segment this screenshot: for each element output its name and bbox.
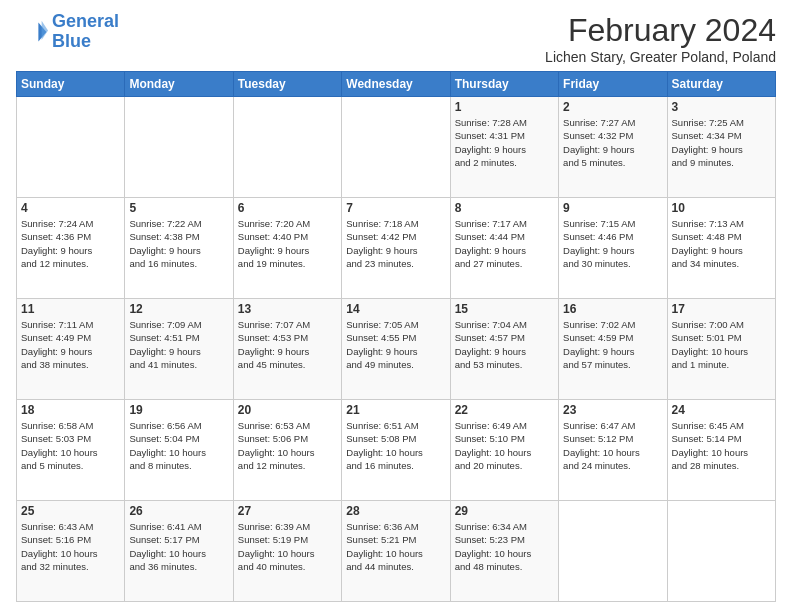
day-number: 19	[129, 403, 228, 417]
day-number: 15	[455, 302, 554, 316]
day-number: 7	[346, 201, 445, 215]
calendar-cell: 22Sunrise: 6:49 AM Sunset: 5:10 PM Dayli…	[450, 400, 558, 501]
calendar-cell: 19Sunrise: 6:56 AM Sunset: 5:04 PM Dayli…	[125, 400, 233, 501]
logo-text: General Blue	[52, 12, 119, 52]
day-info: Sunrise: 6:36 AM Sunset: 5:21 PM Dayligh…	[346, 520, 445, 573]
logo-line1: General	[52, 11, 119, 31]
day-info: Sunrise: 7:27 AM Sunset: 4:32 PM Dayligh…	[563, 116, 662, 169]
day-info: Sunrise: 7:18 AM Sunset: 4:42 PM Dayligh…	[346, 217, 445, 270]
calendar-cell: 24Sunrise: 6:45 AM Sunset: 5:14 PM Dayli…	[667, 400, 775, 501]
day-info: Sunrise: 7:20 AM Sunset: 4:40 PM Dayligh…	[238, 217, 337, 270]
day-info: Sunrise: 6:45 AM Sunset: 5:14 PM Dayligh…	[672, 419, 771, 472]
calendar-header-tuesday: Tuesday	[233, 72, 341, 97]
calendar-cell: 3Sunrise: 7:25 AM Sunset: 4:34 PM Daylig…	[667, 97, 775, 198]
day-info: Sunrise: 6:39 AM Sunset: 5:19 PM Dayligh…	[238, 520, 337, 573]
calendar-cell: 21Sunrise: 6:51 AM Sunset: 5:08 PM Dayli…	[342, 400, 450, 501]
calendar-cell: 26Sunrise: 6:41 AM Sunset: 5:17 PM Dayli…	[125, 501, 233, 602]
day-number: 5	[129, 201, 228, 215]
calendar-cell: 2Sunrise: 7:27 AM Sunset: 4:32 PM Daylig…	[559, 97, 667, 198]
day-number: 8	[455, 201, 554, 215]
calendar-cell: 10Sunrise: 7:13 AM Sunset: 4:48 PM Dayli…	[667, 198, 775, 299]
svg-marker-1	[42, 21, 48, 40]
calendar-week-1: 1Sunrise: 7:28 AM Sunset: 4:31 PM Daylig…	[17, 97, 776, 198]
day-number: 18	[21, 403, 120, 417]
day-number: 10	[672, 201, 771, 215]
day-info: Sunrise: 7:15 AM Sunset: 4:46 PM Dayligh…	[563, 217, 662, 270]
calendar-header-monday: Monday	[125, 72, 233, 97]
calendar-cell: 15Sunrise: 7:04 AM Sunset: 4:57 PM Dayli…	[450, 299, 558, 400]
calendar-cell: 6Sunrise: 7:20 AM Sunset: 4:40 PM Daylig…	[233, 198, 341, 299]
day-number: 20	[238, 403, 337, 417]
calendar-week-2: 4Sunrise: 7:24 AM Sunset: 4:36 PM Daylig…	[17, 198, 776, 299]
calendar-header-friday: Friday	[559, 72, 667, 97]
calendar-cell: 11Sunrise: 7:11 AM Sunset: 4:49 PM Dayli…	[17, 299, 125, 400]
day-info: Sunrise: 7:00 AM Sunset: 5:01 PM Dayligh…	[672, 318, 771, 371]
calendar-cell: 18Sunrise: 6:58 AM Sunset: 5:03 PM Dayli…	[17, 400, 125, 501]
day-info: Sunrise: 7:11 AM Sunset: 4:49 PM Dayligh…	[21, 318, 120, 371]
day-number: 26	[129, 504, 228, 518]
calendar-cell: 29Sunrise: 6:34 AM Sunset: 5:23 PM Dayli…	[450, 501, 558, 602]
day-number: 14	[346, 302, 445, 316]
calendar-header-wednesday: Wednesday	[342, 72, 450, 97]
calendar-week-5: 25Sunrise: 6:43 AM Sunset: 5:16 PM Dayli…	[17, 501, 776, 602]
calendar-cell: 9Sunrise: 7:15 AM Sunset: 4:46 PM Daylig…	[559, 198, 667, 299]
header: General Blue February 2024 Lichen Stary,…	[16, 12, 776, 65]
calendar-header-thursday: Thursday	[450, 72, 558, 97]
calendar-week-4: 18Sunrise: 6:58 AM Sunset: 5:03 PM Dayli…	[17, 400, 776, 501]
day-info: Sunrise: 6:43 AM Sunset: 5:16 PM Dayligh…	[21, 520, 120, 573]
calendar-cell	[559, 501, 667, 602]
day-number: 24	[672, 403, 771, 417]
calendar-cell	[17, 97, 125, 198]
day-info: Sunrise: 7:25 AM Sunset: 4:34 PM Dayligh…	[672, 116, 771, 169]
main-title: February 2024	[545, 12, 776, 49]
day-info: Sunrise: 7:05 AM Sunset: 4:55 PM Dayligh…	[346, 318, 445, 371]
day-number: 27	[238, 504, 337, 518]
calendar-cell: 17Sunrise: 7:00 AM Sunset: 5:01 PM Dayli…	[667, 299, 775, 400]
calendar-header-row: SundayMondayTuesdayWednesdayThursdayFrid…	[17, 72, 776, 97]
calendar-body: 1Sunrise: 7:28 AM Sunset: 4:31 PM Daylig…	[17, 97, 776, 602]
logo-line2: Blue	[52, 31, 91, 51]
calendar-cell: 20Sunrise: 6:53 AM Sunset: 5:06 PM Dayli…	[233, 400, 341, 501]
calendar-cell: 1Sunrise: 7:28 AM Sunset: 4:31 PM Daylig…	[450, 97, 558, 198]
calendar-header-sunday: Sunday	[17, 72, 125, 97]
day-info: Sunrise: 6:53 AM Sunset: 5:06 PM Dayligh…	[238, 419, 337, 472]
day-info: Sunrise: 7:13 AM Sunset: 4:48 PM Dayligh…	[672, 217, 771, 270]
calendar-cell: 14Sunrise: 7:05 AM Sunset: 4:55 PM Dayli…	[342, 299, 450, 400]
calendar-cell	[125, 97, 233, 198]
calendar-week-3: 11Sunrise: 7:11 AM Sunset: 4:49 PM Dayli…	[17, 299, 776, 400]
day-info: Sunrise: 6:34 AM Sunset: 5:23 PM Dayligh…	[455, 520, 554, 573]
day-info: Sunrise: 6:47 AM Sunset: 5:12 PM Dayligh…	[563, 419, 662, 472]
day-number: 4	[21, 201, 120, 215]
day-number: 2	[563, 100, 662, 114]
day-info: Sunrise: 6:56 AM Sunset: 5:04 PM Dayligh…	[129, 419, 228, 472]
logo-icon	[16, 16, 48, 48]
calendar-cell: 23Sunrise: 6:47 AM Sunset: 5:12 PM Dayli…	[559, 400, 667, 501]
calendar-cell: 12Sunrise: 7:09 AM Sunset: 4:51 PM Dayli…	[125, 299, 233, 400]
logo: General Blue	[16, 12, 119, 52]
calendar-cell: 5Sunrise: 7:22 AM Sunset: 4:38 PM Daylig…	[125, 198, 233, 299]
day-number: 11	[21, 302, 120, 316]
day-info: Sunrise: 7:17 AM Sunset: 4:44 PM Dayligh…	[455, 217, 554, 270]
day-number: 25	[21, 504, 120, 518]
day-info: Sunrise: 7:07 AM Sunset: 4:53 PM Dayligh…	[238, 318, 337, 371]
day-info: Sunrise: 7:22 AM Sunset: 4:38 PM Dayligh…	[129, 217, 228, 270]
calendar-cell: 8Sunrise: 7:17 AM Sunset: 4:44 PM Daylig…	[450, 198, 558, 299]
day-info: Sunrise: 6:49 AM Sunset: 5:10 PM Dayligh…	[455, 419, 554, 472]
calendar-cell: 7Sunrise: 7:18 AM Sunset: 4:42 PM Daylig…	[342, 198, 450, 299]
day-number: 3	[672, 100, 771, 114]
day-number: 28	[346, 504, 445, 518]
day-info: Sunrise: 7:28 AM Sunset: 4:31 PM Dayligh…	[455, 116, 554, 169]
day-number: 6	[238, 201, 337, 215]
subtitle: Lichen Stary, Greater Poland, Poland	[545, 49, 776, 65]
calendar-cell: 25Sunrise: 6:43 AM Sunset: 5:16 PM Dayli…	[17, 501, 125, 602]
calendar-cell: 4Sunrise: 7:24 AM Sunset: 4:36 PM Daylig…	[17, 198, 125, 299]
day-number: 22	[455, 403, 554, 417]
calendar-cell	[233, 97, 341, 198]
title-block: February 2024 Lichen Stary, Greater Pola…	[545, 12, 776, 65]
calendar-cell: 28Sunrise: 6:36 AM Sunset: 5:21 PM Dayli…	[342, 501, 450, 602]
day-number: 12	[129, 302, 228, 316]
day-info: Sunrise: 6:58 AM Sunset: 5:03 PM Dayligh…	[21, 419, 120, 472]
day-info: Sunrise: 7:24 AM Sunset: 4:36 PM Dayligh…	[21, 217, 120, 270]
day-number: 16	[563, 302, 662, 316]
day-number: 29	[455, 504, 554, 518]
